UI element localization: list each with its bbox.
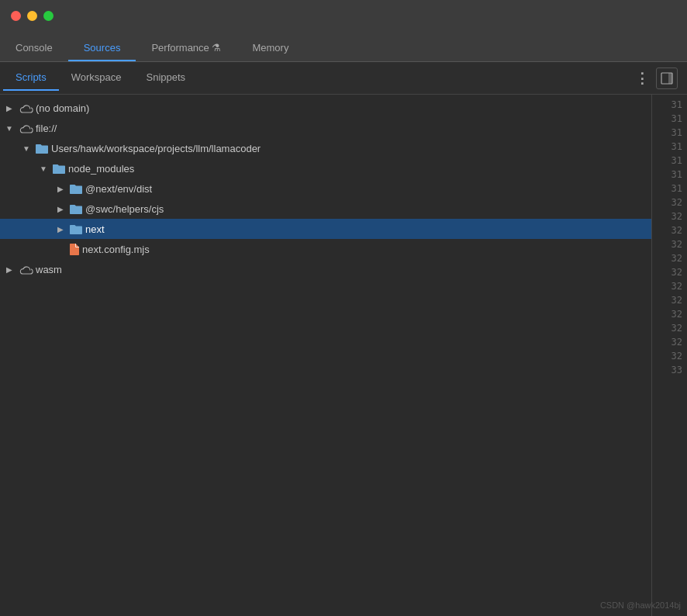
- line-number-2: 31: [652, 126, 687, 140]
- tree-arrow-no-domain[interactable]: [3, 102, 16, 114]
- tree-item-file[interactable]: file://: [0, 118, 651, 138]
- tree-item-next-folder[interactable]: next: [0, 219, 651, 239]
- subtab-scripts[interactable]: Scripts: [3, 65, 59, 91]
- tab-memory[interactable]: Memory: [236, 36, 304, 61]
- folder-icon-node-modules: [50, 162, 68, 175]
- line-number-15: 32: [652, 307, 687, 321]
- line-number-9: 32: [652, 223, 687, 237]
- tree-arrow-node-modules[interactable]: [37, 162, 50, 175]
- line-number-4: 31: [652, 154, 687, 168]
- maximize-button[interactable]: [43, 11, 54, 21]
- tree-label-file: file://: [36, 123, 57, 134]
- subtab-snippets[interactable]: Snippets: [134, 65, 199, 91]
- line-number-13: 32: [652, 279, 687, 293]
- line-number-17: 32: [652, 335, 687, 349]
- tree-item-swc-helpers-cjs[interactable]: @swc/helpers/cjs: [0, 199, 651, 219]
- folder-icon-next-folder: [67, 223, 85, 235]
- tree-arrow-file[interactable]: [3, 122, 16, 134]
- svg-rect-1: [668, 73, 672, 84]
- tree-label-swc-helpers-cjs: @swc/helpers/cjs: [85, 203, 164, 215]
- tree-arrow-wasm[interactable]: [3, 263, 16, 275]
- watermark: CSDN @hawk2014bj: [600, 600, 681, 610]
- main-content: (no domain) file:// Users/hawk/workspace…: [0, 95, 687, 616]
- tree-label-next-env-dist: @next/env/dist: [85, 183, 152, 195]
- line-number-6: 31: [652, 182, 687, 196]
- tree-arrow-users-hawk[interactable]: [20, 142, 33, 154]
- line-number-5: 31: [652, 168, 687, 182]
- line-number-1: 31: [652, 112, 687, 126]
- line-number-11: 32: [652, 251, 687, 265]
- tree-item-users-hawk[interactable]: Users/hawk/workspace/projects/llm/llamac…: [0, 138, 651, 158]
- cloud-icon-file: [16, 122, 36, 134]
- tree-item-no-domain[interactable]: (no domain): [0, 98, 651, 118]
- tree-arrow-swc-helpers-cjs[interactable]: [54, 202, 67, 215]
- file-tree-panel: (no domain) file:// Users/hawk/workspace…: [0, 95, 651, 616]
- folder-icon-next-env-dist: [67, 182, 85, 195]
- line-number-0: 31: [652, 98, 687, 112]
- tree-arrow-next-folder[interactable]: [54, 223, 67, 235]
- line-number-14: 32: [652, 293, 687, 307]
- subtab-workspace[interactable]: Workspace: [59, 65, 134, 91]
- folder-icon-swc-helpers-cjs: [67, 202, 85, 215]
- line-numbers-panel: 3131313131313132323232323232323232323233: [651, 95, 687, 616]
- line-number-3: 31: [652, 140, 687, 154]
- tree-label-wasm: wasm: [36, 264, 62, 275]
- panel-toggle-button[interactable]: [656, 67, 678, 89]
- folder-icon-users-hawk: [33, 142, 51, 154]
- more-options-button[interactable]: ⋮: [631, 67, 653, 89]
- line-number-7: 32: [652, 196, 687, 209]
- tree-label-no-domain: (no domain): [36, 102, 89, 114]
- tree-item-wasm[interactable]: wasm: [0, 259, 651, 279]
- tab-sources[interactable]: Sources: [68, 36, 136, 61]
- line-number-8: 32: [652, 209, 687, 223]
- line-number-18: 32: [652, 349, 687, 363]
- sub-tab-bar: Scripts Workspace Snippets ⋮: [0, 62, 687, 95]
- top-tab-bar: Console Sources Performance ⚗ Memory: [0, 31, 687, 62]
- title-bar: [0, 0, 687, 31]
- tree-arrow-next-env-dist[interactable]: [54, 182, 67, 195]
- tree-label-node-modules: node_modules: [68, 163, 134, 175]
- file-icon-next-config: [67, 242, 82, 255]
- tab-console[interactable]: Console: [0, 36, 68, 61]
- tree-label-next-folder: next: [85, 223, 105, 235]
- tree-item-node-modules[interactable]: node_modules: [0, 158, 651, 178]
- tree-item-next-env-dist[interactable]: @next/env/dist: [0, 178, 651, 199]
- tree-label-users-hawk: Users/hawk/workspace/projects/llm/llamac…: [51, 143, 261, 154]
- line-number-16: 32: [652, 321, 687, 335]
- tree-label-next-config: next.config.mjs: [82, 244, 150, 255]
- tab-performance[interactable]: Performance ⚗: [136, 36, 236, 61]
- line-number-12: 32: [652, 265, 687, 279]
- cloud-icon-wasm: [16, 263, 36, 275]
- cloud-icon-no-domain: [16, 102, 36, 114]
- line-number-19: 33: [652, 363, 687, 377]
- close-button[interactable]: [11, 11, 21, 21]
- minimize-button[interactable]: [27, 11, 37, 21]
- line-number-10: 32: [652, 237, 687, 251]
- tree-item-next-config[interactable]: next.config.mjs: [0, 239, 651, 259]
